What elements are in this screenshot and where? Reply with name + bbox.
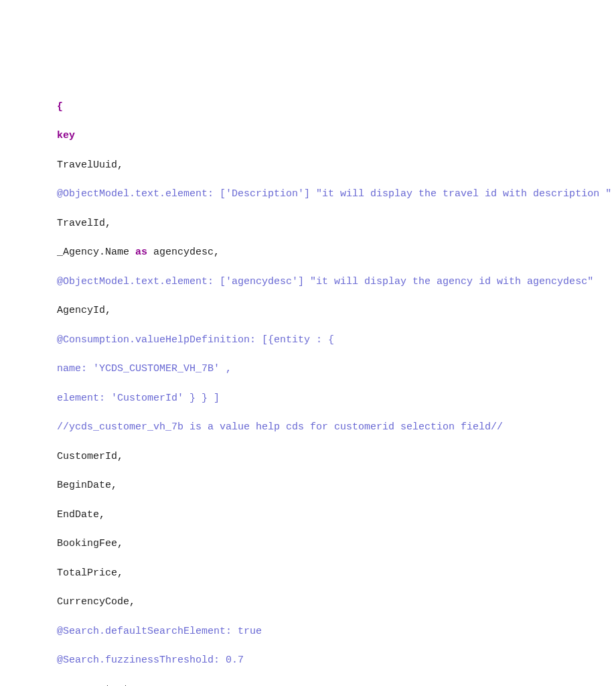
field-bookingfee: BookingFee, (57, 538, 123, 549)
comment-customer-vh: //ycds_customer_vh_7b is a value help cd… (57, 421, 503, 433)
field-customerid: CustomerId, (57, 451, 123, 462)
annot-objmodel-agencydesc: @ObjectModel.text.element: ['agencydesc'… (57, 276, 593, 287)
alias-agencydesc: agencydesc, (147, 247, 220, 258)
field-travelid: TravelId, (57, 218, 111, 229)
cds-code-block: { key TravelUuid, @ObjectModel.text.elem… (57, 85, 616, 686)
field-traveluuid: TravelUuid, (57, 159, 123, 171)
annot-consumption-valuehelp-open: @Consumption.valueHelpDefinition: [{enti… (57, 334, 334, 346)
field-agency-name: _Agency.Name (57, 247, 135, 258)
field-enddate: EndDate, (57, 509, 105, 521)
field-totalprice: TotalPrice, (57, 567, 123, 579)
annot-objmodel-description: @ObjectModel.text.element: ['Description… (57, 188, 611, 200)
keyword-as: as (135, 247, 147, 258)
annot-search-default-1: @Search.defaultSearchElement: true (57, 626, 262, 637)
field-agencyid: AgencyId, (57, 305, 111, 316)
open-brace: { (57, 101, 63, 113)
field-begindate: BeginDate, (57, 480, 117, 491)
keyword-key: key (57, 130, 75, 141)
annot-consumption-name: name: 'YCDS_CUSTOMER_VH_7B' , (57, 363, 232, 374)
annot-consumption-element: element: 'CustomerId' } } ] (57, 393, 220, 404)
field-currencycode: CurrencyCode, (57, 596, 135, 608)
annot-search-fuzziness-07: @Search.fuzzinessThreshold: 0.7 (57, 655, 244, 666)
